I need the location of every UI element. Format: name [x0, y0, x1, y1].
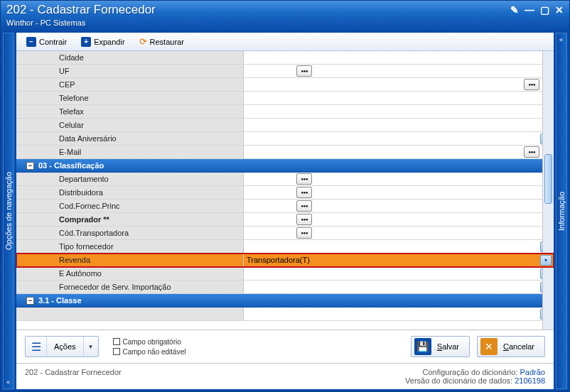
restaurar-label: Restaurar	[150, 38, 184, 46]
status-version-value: 2106198	[515, 376, 545, 385]
property-grid: CidadeUF● ● ●CEP● ● ●TelefoneTelefaxCelu…	[16, 51, 554, 330]
cancel-icon: ✕	[480, 338, 498, 355]
field-value[interactable]: Transportadora(T)▾	[244, 254, 554, 266]
table-row: Cod.Fornec.Princ● ● ●	[16, 200, 554, 213]
table-row: CEP● ● ●	[16, 78, 554, 92]
salvar-label: Salvar	[437, 342, 459, 351]
table-row: UF● ● ●	[16, 65, 554, 78]
legend-required: Campo obrigatório	[123, 338, 181, 346]
field-label: Cod.Fornec.Princ	[16, 200, 244, 212]
status-left: 202 - Cadastrar Fornecedor	[25, 368, 122, 385]
field-label: UF	[16, 65, 244, 77]
field-value[interactable]: ▾	[244, 132, 554, 145]
field-value[interactable]: ● ● ●	[244, 173, 554, 185]
status-config-label: Configuração do dicionário:	[423, 368, 518, 376]
chevron-right-icon: «	[559, 36, 563, 43]
edit-icon[interactable]: ✎	[510, 4, 519, 16]
checkbox-empty-icon	[113, 338, 120, 345]
collapse-icon[interactable]: −	[26, 162, 34, 170]
window-subtitle: Winthor - PC Sistemas	[6, 18, 156, 27]
legend-readonly: Campo não editável	[123, 348, 186, 356]
field-value[interactable]: ▾	[244, 240, 554, 253]
ellipsis-button[interactable]: ● ● ●	[296, 173, 312, 185]
field-label: Tipo fornecedor	[16, 240, 244, 253]
close-icon[interactable]: ✕	[555, 4, 564, 16]
restaurar-button[interactable]: ⟳ Restaurar	[134, 35, 190, 48]
maximize-icon[interactable]: ▢	[540, 4, 549, 16]
acoes-label: Ações	[47, 342, 83, 351]
ellipsis-button[interactable]: ● ● ●	[296, 214, 312, 225]
table-row: Cidade	[16, 51, 554, 65]
checkbox-empty-icon	[113, 348, 120, 355]
group-classificacao[interactable]: − 03 - Classificação	[16, 159, 554, 173]
left-panel-label: Opções de navegação	[4, 172, 13, 250]
field-value[interactable]	[244, 119, 554, 131]
table-row: Departamento● ● ●	[16, 173, 554, 186]
ellipsis-button[interactable]: ● ● ●	[296, 65, 312, 77]
field-label: Data Aniversário	[16, 132, 244, 145]
cancelar-label: Cancelar	[503, 342, 534, 351]
minimize-icon[interactable]: —	[525, 4, 534, 16]
footer-panel: ☰ Ações ▼ Campo obrigatório Campo não ed…	[16, 330, 554, 363]
field-value[interactable]	[244, 92, 554, 104]
contrair-button[interactable]: − Contrair	[21, 36, 72, 48]
ellipsis-button[interactable]: ● ● ●	[296, 187, 312, 198]
toolbar: − Contrair + Expandir ⟳ Restaurar	[16, 33, 554, 51]
field-label: Telefax	[16, 105, 244, 118]
field-label: Celular	[16, 119, 244, 131]
table-row: Comprador **● ● ●	[16, 213, 554, 227]
salvar-button[interactable]: 💾 Salvar	[411, 336, 470, 357]
field-label: E-Mail	[16, 146, 244, 158]
minus-icon: −	[26, 37, 36, 47]
field-label: Fornecedor de Serv. Importação	[16, 281, 244, 293]
field-value[interactable]: ● ● ●	[244, 213, 554, 226]
plus-icon: +	[81, 37, 91, 47]
field-value[interactable]: ● ● ●	[244, 186, 554, 199]
table-row: Fornecedor de Serv. Importação▾	[16, 281, 554, 294]
chevron-down-icon[interactable]: ▾	[540, 255, 552, 266]
field-label: Comprador **	[16, 213, 244, 226]
table-row: Distribuidora● ● ●	[16, 186, 554, 200]
field-value[interactable]: ● ● ●	[244, 146, 554, 158]
field-value[interactable]	[244, 105, 554, 118]
collapse-icon[interactable]: −	[26, 297, 34, 305]
chevron-left-icon: «	[6, 379, 10, 386]
table-row: Cód.Transportadora● ● ●	[16, 227, 554, 240]
title-bar: 202 - Cadastrar Fornecedor Winthor - PC …	[1, 1, 569, 31]
table-row: ▾	[16, 307, 554, 321]
field-label: Cidade	[16, 51, 244, 64]
right-panel-label: Informação	[557, 191, 566, 230]
table-row: E-Mail● ● ●	[16, 146, 554, 159]
field-value[interactable]: ● ● ●	[244, 78, 554, 91]
ellipsis-button[interactable]: ● ● ●	[524, 79, 539, 90]
field-value[interactable]: ● ● ●	[244, 227, 554, 239]
field-value[interactable]: ● ● ●	[244, 65, 554, 77]
window-title: 202 - Cadastrar Fornecedor	[6, 3, 156, 17]
scroll-thumb[interactable]	[544, 154, 552, 204]
flame-icon: ⟳	[139, 36, 147, 47]
cancelar-button[interactable]: ✕ Cancelar	[477, 336, 545, 357]
group-classe[interactable]: − 3.1 - Classe	[16, 294, 554, 307]
table-row: Telefax	[16, 105, 554, 119]
field-value[interactable]: ▾	[244, 267, 554, 280]
table-row: RevendaTransportadora(T)▾	[16, 254, 554, 267]
field-value[interactable]: ● ● ●	[244, 200, 554, 212]
field-label: E Autônomo	[16, 267, 244, 280]
table-row: Telefone	[16, 92, 554, 105]
ellipsis-button[interactable]: ● ● ●	[296, 227, 312, 239]
status-config-value: Padrão	[520, 368, 545, 376]
ellipsis-button[interactable]: ● ● ●	[296, 200, 312, 212]
group-classe-label: 3.1 - Classe	[38, 296, 82, 305]
field-value[interactable]: ▾	[244, 281, 554, 293]
field-label: Telefone	[16, 92, 244, 104]
left-panel-tab[interactable]: « Opções de navegação	[3, 33, 14, 389]
options-icon: ☰	[26, 337, 47, 356]
field-label: Cód.Transportadora	[16, 227, 244, 239]
chevron-down-icon: ▼	[83, 337, 98, 356]
field-value[interactable]	[244, 51, 554, 64]
acoes-button[interactable]: ☰ Ações ▼	[25, 336, 99, 357]
expandir-button[interactable]: + Expandir	[75, 36, 130, 48]
ellipsis-button[interactable]: ● ● ●	[524, 146, 539, 158]
right-panel-tab[interactable]: Informação «	[556, 33, 567, 389]
vertical-scrollbar[interactable]	[542, 51, 554, 330]
